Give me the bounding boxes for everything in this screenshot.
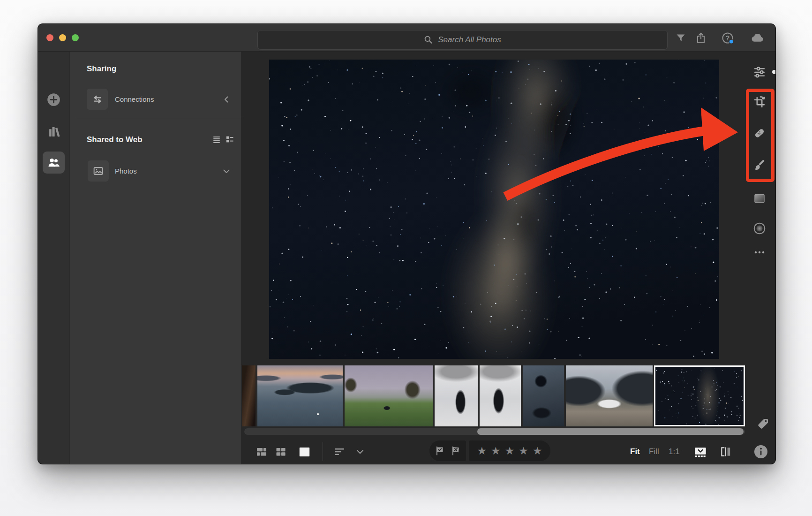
toolbar-divider <box>323 442 323 461</box>
library-books-icon <box>47 125 60 138</box>
flag-controls <box>429 440 466 461</box>
brush-tool-button[interactable] <box>751 156 768 173</box>
thumbnail-selected[interactable] <box>654 365 745 426</box>
chevron-down-icon <box>221 166 232 177</box>
list-view-icon <box>212 135 221 144</box>
filmstrip <box>242 365 776 426</box>
panel-edge-dot <box>772 70 776 74</box>
star-icon[interactable]: ★ <box>519 446 528 456</box>
share-button[interactable] <box>692 30 709 46</box>
star-icon[interactable]: ★ <box>533 446 542 456</box>
left-rail <box>38 52 69 464</box>
filmstrip-scrollbar-track[interactable] <box>244 428 745 435</box>
help-icon: ? <box>721 31 734 45</box>
sharing-panel: Sharing Connections Shared to Web Photos <box>69 52 242 464</box>
milky-way-thumb <box>655 367 744 425</box>
share-icon <box>695 32 707 44</box>
crop-rotate-icon <box>753 96 766 109</box>
star-icon[interactable]: ★ <box>491 446 501 456</box>
zoom-button[interactable] <box>72 34 79 41</box>
close-button[interactable] <box>46 34 53 41</box>
chevron-left-icon <box>221 94 232 105</box>
zoom-fit-button[interactable]: Fit <box>630 446 640 458</box>
before-after-view-button[interactable] <box>718 444 734 460</box>
info-icon <box>753 444 768 459</box>
before-after-icon <box>720 446 732 458</box>
radial-gradient-icon <box>753 222 766 235</box>
filmstrip-scrollbar-thumb[interactable] <box>477 428 744 435</box>
pick-flag-icon <box>434 445 445 456</box>
rail-item-sharing[interactable] <box>43 152 65 174</box>
sharing-panel-title: Sharing <box>87 64 116 74</box>
reject-flag-button[interactable] <box>450 445 462 457</box>
photo-grid-view-button[interactable] <box>254 444 270 460</box>
lightroom-window: Search All Photos ? Sharing <box>38 23 776 464</box>
zoom-fill-button[interactable]: Fill <box>649 446 659 458</box>
milky-way-photo <box>269 60 719 359</box>
crop-rotate-tool-button[interactable] <box>751 94 768 111</box>
star-icon[interactable]: ★ <box>505 446 515 456</box>
thumbnail[interactable] <box>566 365 653 426</box>
photo-grid-icon <box>256 446 267 457</box>
filmstrip-toggle-button[interactable] <box>692 444 708 460</box>
sort-options-button[interactable] <box>352 444 368 460</box>
filter-icon <box>675 32 686 44</box>
brush-icon <box>753 158 766 171</box>
photo-album-icon <box>92 165 104 177</box>
detail-view-icon <box>298 446 311 458</box>
photos-icon-box <box>88 160 109 182</box>
healing-brush-tool-button[interactable] <box>751 125 768 142</box>
main-photo-view <box>269 60 719 359</box>
thumbnail[interactable] <box>257 365 343 426</box>
filter-button[interactable] <box>672 30 689 46</box>
filmstrip-toggle-icon <box>694 445 707 458</box>
cloud-icon <box>751 31 765 45</box>
shared-to-web-title: Shared to Web <box>87 135 143 144</box>
linear-gradient-icon <box>753 192 766 205</box>
thumbnail[interactable] <box>435 365 478 426</box>
titlebar: Search All Photos ? <box>38 24 776 52</box>
info-button[interactable] <box>752 443 769 460</box>
star-rating: ★ ★ ★ ★ ★ <box>469 440 550 461</box>
minimize-button[interactable] <box>59 34 66 41</box>
ellipsis-icon <box>753 246 766 258</box>
chevron-down-icon <box>355 447 365 457</box>
zoom-1-1-button[interactable]: 1:1 <box>669 446 680 458</box>
thumbnail[interactable] <box>480 365 521 426</box>
pick-flag-button[interactable] <box>434 445 446 457</box>
linear-gradient-tool-button[interactable] <box>751 190 768 207</box>
sort-icon <box>334 446 345 457</box>
search-icon <box>424 35 433 45</box>
connections-sync-icon <box>91 93 104 106</box>
people-icon <box>47 156 60 169</box>
detail-list-view-toggle[interactable] <box>223 132 237 146</box>
more-tools-button[interactable] <box>751 244 768 261</box>
list-view-toggle[interactable] <box>210 132 224 146</box>
detail-list-view-icon <box>226 135 234 144</box>
sort-button[interactable] <box>331 444 347 460</box>
star-icon[interactable]: ★ <box>477 446 487 456</box>
panel-divider <box>77 118 241 118</box>
photos-album-row[interactable]: Photos <box>70 160 242 182</box>
add-plus-icon <box>47 93 60 106</box>
connections-row[interactable]: Connections <box>70 89 242 110</box>
search-placeholder: Search All Photos <box>438 35 501 45</box>
edit-sliders-icon <box>753 66 766 79</box>
search-input[interactable]: Search All Photos <box>257 30 668 50</box>
edit-tool-button[interactable] <box>751 64 768 81</box>
connections-icon-box <box>87 89 108 110</box>
connections-label: Connections <box>115 89 154 110</box>
square-grid-view-button[interactable] <box>273 444 289 460</box>
thumbnail[interactable] <box>523 365 564 426</box>
radial-gradient-tool-button[interactable] <box>751 220 768 237</box>
square-grid-icon <box>275 446 286 457</box>
cloud-sync-button[interactable] <box>749 30 766 46</box>
rail-item-my-photos[interactable] <box>43 121 65 143</box>
help-button[interactable]: ? <box>719 30 736 46</box>
healing-brush-icon <box>753 127 766 140</box>
rail-item-add-photos[interactable] <box>43 89 65 111</box>
photos-label: Photos <box>115 160 137 182</box>
thumbnail[interactable] <box>242 365 256 426</box>
thumbnail[interactable] <box>345 365 433 426</box>
detail-view-button[interactable] <box>296 444 312 460</box>
